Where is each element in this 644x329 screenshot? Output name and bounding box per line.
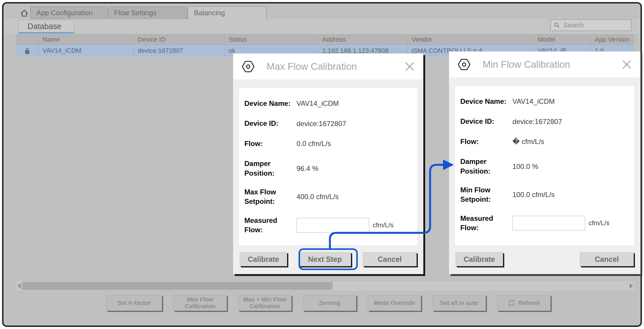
field-label: Device Name: [460, 97, 512, 106]
tab-balancing[interactable]: Balancing [188, 6, 266, 21]
field-value: 0.0 cfm/L/s [297, 140, 331, 148]
column-header-device-id[interactable]: Device ID [133, 35, 224, 44]
dialog-footer: Calibrate Cancel [456, 252, 634, 266]
refresh-label: Refresh [518, 300, 540, 306]
field-value: 100.0 cfm/L/s [512, 191, 555, 199]
field-label: Device ID: [244, 119, 297, 128]
search-box[interactable] [550, 19, 632, 31]
tab-database[interactable]: Database [18, 20, 74, 33]
app-window: App Configuration Flow Settings Balancin… [0, 0, 644, 329]
device-icon [16, 45, 38, 57]
field-label: Device Name: [244, 99, 297, 108]
cell-device-id: device:1672807 [133, 45, 224, 57]
nut-icon [241, 60, 255, 73]
column-header-vendor[interactable]: Vendor [407, 35, 533, 44]
column-header-name[interactable]: Name [38, 35, 133, 44]
calibrate-button[interactable]: Calibrate [240, 252, 287, 266]
max-flow-calibration-dialog: Max Flow Calibration Device Name:VAV14_i… [233, 53, 423, 274]
tab-app-configuration[interactable]: App Configuration [30, 6, 108, 19]
max-min-flow-calibration-button[interactable]: Max + Min Flow Calibration [238, 295, 292, 311]
field-label: Min Flow Setpoint: [460, 185, 512, 204]
dialog-footer: Calibrate Next Step Cancel [240, 252, 417, 266]
field-label: Flow: [460, 137, 512, 146]
field-label: Flow: [244, 139, 297, 148]
next-step-button[interactable]: Next Step [299, 252, 351, 266]
horizontal-scrollbar[interactable] [16, 280, 634, 291]
scrollbar-thumb[interactable] [22, 282, 333, 290]
column-header-model[interactable]: Model [533, 35, 590, 44]
measured-flow-input[interactable] [512, 216, 585, 230]
dialog-title: Min Flow Calibration [483, 59, 621, 70]
calibrate-button[interactable]: Calibrate [456, 252, 503, 266]
dialog-body: Device Name:VAV14_iCDM Device ID:device:… [239, 88, 417, 245]
field-label: Damper Position: [460, 157, 512, 176]
dialog-title: Max Flow Calibration [267, 61, 404, 72]
set-all-in-auto-button[interactable]: Set all in auto [432, 295, 486, 311]
close-icon[interactable] [621, 59, 632, 70]
cell-name: VAV14_iCDM [38, 45, 133, 57]
subtab-strip [4, 19, 640, 33]
cancel-button[interactable]: Cancel [363, 252, 417, 266]
field-value: 100.0 % [512, 162, 538, 171]
field-value: VAV14_iCDM [297, 99, 339, 108]
field-label: Measured Flow: [244, 216, 297, 235]
field-value: VAV14_iCDM [512, 97, 555, 106]
field-value: � cfm/L/s [512, 138, 544, 146]
field-label: Damper Position: [244, 159, 297, 178]
dialog-body: Device Name:VAV14_iCDM Device ID:device:… [455, 86, 634, 245]
tab-flow-settings[interactable]: Flow Settings [108, 6, 187, 19]
scroll-right-icon[interactable] [630, 283, 633, 289]
field-value: 96.4 % [297, 164, 318, 173]
column-header-address[interactable]: Address [318, 35, 407, 44]
scroll-left-icon[interactable] [18, 283, 21, 289]
measured-flow-input[interactable] [297, 218, 369, 233]
field-value: device:1672807 [297, 120, 346, 128]
unit-label: cfm/L/s [373, 221, 393, 229]
set-k-factor-button[interactable]: Set K-factor [106, 295, 162, 311]
nut-icon [457, 58, 471, 71]
action-button-bar: Set K-factor Max Flow Calibration Max + … [106, 295, 551, 311]
field-label: Device ID: [460, 117, 512, 126]
field-label: Max Flow Setpoint: [244, 187, 297, 206]
refresh-icon [508, 299, 515, 307]
mode-override-button[interactable]: Mode Override [368, 295, 421, 311]
column-header-icon [16, 35, 38, 44]
column-header-app-version[interactable]: App Version [590, 35, 634, 44]
field-value: 400.0 cfm/L/s [297, 193, 339, 201]
max-flow-calibration-button[interactable]: Max Flow Calibration [173, 295, 227, 311]
dialog-header: Min Flow Calibration [449, 52, 640, 77]
home-icon[interactable] [19, 8, 29, 18]
search-input[interactable] [563, 21, 628, 29]
unit-label: cfm/L/s [589, 219, 609, 227]
search-icon [554, 22, 560, 28]
field-label: Measured Flow: [460, 214, 512, 233]
column-header-status[interactable]: Status [224, 35, 318, 44]
dialog-header: Max Flow Calibration [233, 54, 423, 79]
cancel-button[interactable]: Cancel [580, 252, 634, 266]
table-header: Name Device ID Status Address Vendor Mod… [16, 35, 634, 45]
field-value: device:1672807 [512, 118, 562, 126]
min-flow-calibration-dialog: Min Flow Calibration Device Name:VAV14_i… [449, 51, 640, 274]
close-icon[interactable] [404, 61, 415, 72]
zeroing-button[interactable]: Zeroing [303, 295, 356, 311]
refresh-button[interactable]: Refresh [497, 295, 551, 311]
